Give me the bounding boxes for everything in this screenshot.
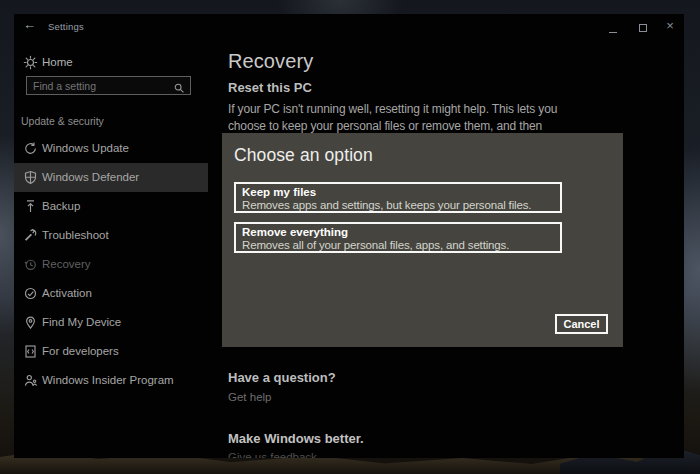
sidebar-item-find-my-device[interactable]: Find My Device: [14, 308, 208, 337]
sidebar-item-label: Activation: [42, 287, 92, 299]
code-window-icon: [23, 344, 38, 359]
choose-an-option-dialog: Choose an option Keep my files Removes a…: [222, 133, 623, 347]
search-box[interactable]: [26, 76, 191, 95]
search-icon[interactable]: [173, 80, 185, 92]
have-a-question-heading: Have a question?: [228, 370, 336, 385]
sidebar: Home Update & security Windows Update: [14, 38, 208, 458]
sidebar-item-windows-defender[interactable]: Windows Defender: [14, 163, 208, 192]
sidebar-item-home[interactable]: Home: [14, 48, 208, 72]
history-clock-icon: [23, 257, 38, 272]
people-icon: [23, 373, 38, 388]
sidebar-item-label: Windows Update: [42, 142, 129, 154]
sidebar-item-backup[interactable]: Backup: [14, 192, 208, 221]
sidebar-nav: Windows Update Windows Defender Backup: [14, 134, 208, 395]
make-windows-better-heading: Make Windows better.: [228, 431, 364, 446]
desktop-wallpaper: ← Settings × Home Updat: [0, 0, 700, 474]
sidebar-item-label: Windows Defender: [42, 171, 139, 183]
option-title: Remove everything: [242, 226, 554, 239]
map-pin-icon: [23, 315, 38, 330]
option-description: Removes all of your personal files, apps…: [242, 239, 554, 252]
sidebar-item-label: Windows Insider Program: [42, 374, 174, 386]
gear-icon: [23, 55, 38, 70]
sidebar-item-for-developers[interactable]: For developers: [14, 337, 208, 366]
sidebar-item-label: Backup: [42, 200, 80, 212]
sidebar-item-label: Home: [42, 56, 73, 68]
wrench-icon: [23, 228, 38, 243]
keep-my-files-option[interactable]: Keep my files Removes apps and settings,…: [234, 182, 562, 213]
cancel-button[interactable]: Cancel: [555, 314, 608, 334]
sidebar-item-activation[interactable]: Activation: [14, 279, 208, 308]
sidebar-item-label: For developers: [42, 345, 119, 357]
back-arrow-icon[interactable]: ←: [23, 17, 36, 32]
sidebar-item-windows-update[interactable]: Windows Update: [14, 134, 208, 163]
shield-icon: [23, 170, 38, 185]
check-circle-icon: [23, 286, 38, 301]
sidebar-section-header: Update & security: [21, 115, 104, 127]
option-description: Removes apps and settings, but keeps you…: [242, 199, 554, 212]
search-input[interactable]: [33, 77, 171, 94]
sidebar-item-label: Troubleshoot: [42, 229, 109, 241]
dialog-title: Choose an option: [234, 145, 373, 166]
sidebar-item-label: Find My Device: [42, 316, 121, 328]
get-help-link[interactable]: Get help: [228, 391, 271, 403]
sidebar-item-windows-insider-program[interactable]: Windows Insider Program: [14, 366, 208, 395]
sidebar-item-label: Recovery: [42, 258, 91, 270]
settings-window: ← Settings × Home Updat: [14, 14, 684, 458]
reset-body-line: choose to keep your personal files or re…: [228, 119, 542, 133]
reset-body-line: If your PC isn't running well, resetting…: [228, 102, 557, 116]
sync-icon: [23, 141, 38, 156]
backup-arrow-icon: [23, 199, 38, 214]
sidebar-item-troubleshoot[interactable]: Troubleshoot: [14, 221, 208, 250]
option-title: Keep my files: [242, 186, 554, 199]
remove-everything-option[interactable]: Remove everything Removes all of your pe…: [234, 222, 562, 253]
page-title: Recovery: [228, 50, 313, 73]
reset-this-pc-heading: Reset this PC: [228, 80, 312, 95]
give-feedback-link[interactable]: Give us feedback: [228, 451, 317, 458]
sidebar-item-recovery[interactable]: Recovery: [14, 250, 208, 279]
window-title: Settings: [48, 21, 84, 32]
